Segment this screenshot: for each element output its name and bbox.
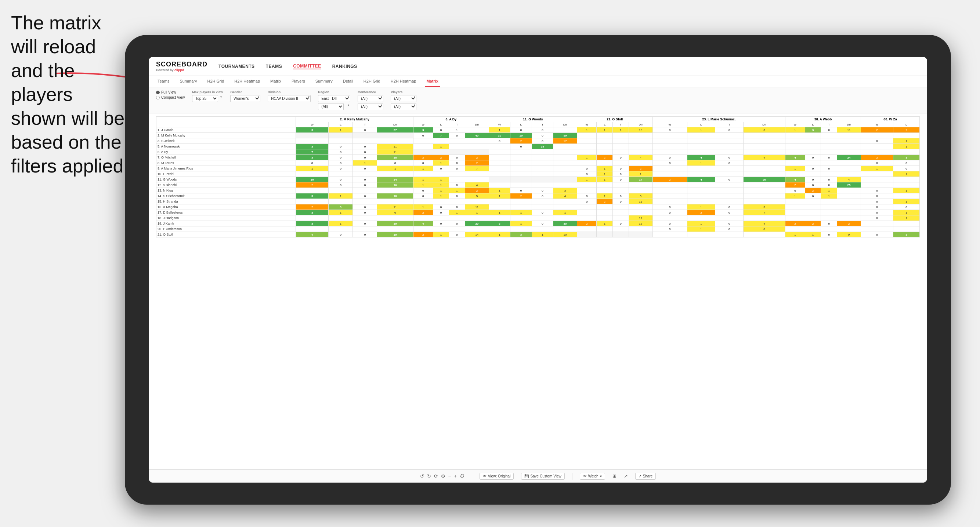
cell-r15-c2-0: 1 [489, 210, 510, 216]
settings-icon[interactable]: ⚙ [441, 473, 445, 479]
cell-r6-c6-0: 0 [861, 160, 893, 166]
cell-r5-c0-2: 0 [353, 155, 377, 160]
cell-r17-c2-3: 35 [553, 221, 577, 227]
cell-r12-c5-0: 1 [785, 194, 805, 199]
division-select[interactable]: NCAA Division II NCAA Division I NCAA Di… [268, 95, 311, 102]
division-select-wrapper: NCAA Division II NCAA Division I NCAA Di… [268, 95, 311, 102]
sub-nav-h2h-heatmap2[interactable]: H2H Heatmap [389, 76, 418, 87]
cell-r6-c3-0 [577, 160, 597, 166]
cell-r2-c5-0 [785, 138, 805, 144]
cell-r15-c3-1 [597, 210, 613, 216]
redo-icon[interactable]: ↻ [427, 473, 431, 479]
gender-select[interactable]: Women's Men's Mixed [230, 95, 260, 102]
sub-l-3: L [511, 122, 532, 127]
nav-tournaments[interactable]: TOURNAMENTS [218, 64, 255, 69]
minus-icon[interactable]: − [448, 473, 451, 479]
plus-icon[interactable]: + [454, 473, 457, 479]
cell-r5-c0-0: 3 [296, 155, 329, 160]
compact-view-option[interactable]: Compact View [156, 95, 185, 100]
cell-r0-c0-2: 0 [353, 127, 377, 133]
matrix-area[interactable]: 2. M Kelly Mulcahy 6. A Dy 11. G Woods 2… [149, 113, 927, 469]
cell-r16-c5-0 [785, 216, 805, 221]
save-custom-btn[interactable]: 💾 Save Custom View [521, 473, 564, 479]
conference-select[interactable]: (All) [358, 95, 383, 102]
cell-r8-c0-3 [377, 171, 414, 177]
nav-committee[interactable]: COMMITTEE [293, 63, 321, 69]
sub-nav-h2h-grid2[interactable]: H2H Grid [362, 76, 382, 87]
cell-r19-c6-0: 0 [861, 232, 893, 237]
sub-nav-matrix[interactable]: Matrix [269, 76, 283, 87]
cell-r3-c2-3 [553, 144, 577, 149]
cell-r18-c0-0 [296, 227, 329, 232]
cell-r19-c0-1: 0 [329, 232, 353, 237]
cell-r13-c6-1: 1 [893, 199, 920, 205]
separator-1 [472, 473, 472, 479]
sub-nav-matrix2[interactable]: Matrix [425, 76, 439, 87]
cell-r8-c2-2 [532, 171, 553, 177]
cell-r16-c3-1 [597, 216, 613, 221]
export-icon[interactable]: ↗ [624, 473, 628, 479]
grid-icon[interactable]: ⊞ [612, 473, 616, 479]
max-players-select[interactable]: Top 25 Top 50 All [192, 95, 218, 102]
sub-nav-h2h-grid[interactable]: H2H Grid [205, 76, 226, 87]
cell-r7-c3-0: 0 [577, 166, 597, 171]
cell-r14-c1-1: 0 [433, 205, 449, 210]
nav-rankings[interactable]: RANKINGS [332, 64, 357, 69]
region-select[interactable]: East - DII West - DII South - DII [318, 95, 350, 102]
sub-nav-summary[interactable]: Summary [178, 76, 198, 87]
cell-r17-c5-2: 0 [821, 221, 837, 227]
watch-btn[interactable]: 👁 Watch ▾ [580, 473, 605, 479]
sub-nav-teams[interactable]: Teams [156, 76, 171, 87]
sub-nav-summary2[interactable]: Summary [314, 76, 334, 87]
share-btn[interactable]: ↗ Share [635, 473, 656, 479]
row-name-13: 15. H Stranda [156, 199, 296, 205]
compact-view-radio[interactable] [156, 96, 160, 100]
cell-r2-c0-0 [296, 138, 329, 144]
sub-nav-detail[interactable]: Detail [342, 76, 355, 87]
cell-r13-c0-3 [377, 199, 414, 205]
cell-r14-c5-2 [821, 205, 837, 210]
nav-teams[interactable]: TEAMS [266, 64, 282, 69]
cell-r8-c1-2 [449, 171, 465, 177]
sub-dif-2: Dif [465, 122, 489, 127]
full-view-option[interactable]: Full View [156, 90, 185, 94]
cell-r17-c1-1: 0 [433, 221, 449, 227]
cell-r19-c2-1: 3 [511, 232, 532, 237]
region-sub-select[interactable]: (All) [318, 103, 344, 110]
cell-r16-c3-3: 11 [628, 216, 652, 221]
cell-r16-c5-2 [821, 216, 837, 221]
cell-r18-c5-2 [821, 227, 837, 232]
undo-icon[interactable]: ↺ [420, 473, 424, 479]
cell-r19-c4-0 [652, 232, 687, 237]
cell-r6-c5-1 [805, 160, 821, 166]
cell-r11-c1-1: 1 [433, 188, 449, 194]
row-name-7: 9. A Maria Jimenez Rios [156, 166, 296, 171]
conference-sub-select[interactable]: (All) [358, 103, 383, 110]
cell-r16-c2-2 [532, 216, 553, 221]
cell-r14-c2-3 [553, 205, 577, 210]
cell-r0-c2-3 [553, 127, 577, 133]
cell-r19-c3-2 [613, 232, 629, 237]
full-view-radio[interactable] [156, 90, 160, 94]
cell-r8-c3-0: 0 [577, 171, 597, 177]
cell-r2-c4-1 [687, 138, 715, 144]
sub-nav-players[interactable]: Players [290, 76, 307, 87]
sub-l-5: L [687, 122, 715, 127]
cell-r4-c0-2: 0 [353, 149, 377, 155]
refresh-icon[interactable]: ⟳ [434, 473, 438, 479]
cell-r15-c0-3: 6 [377, 210, 414, 216]
players-select[interactable]: (All) [391, 95, 416, 102]
cell-r5-c3-3: 4 [628, 155, 652, 160]
cell-r18-c0-2 [353, 227, 377, 232]
clock-icon[interactable]: ⏱ [460, 473, 465, 479]
cell-r0-c1-0: 3 [414, 127, 433, 133]
sub-nav-h2h-heatmap[interactable]: H2H Heatmap [233, 76, 261, 87]
cell-r18-c4-0: 0 [652, 227, 687, 232]
cell-r14-c1-2: 0 [449, 205, 465, 210]
cell-r13-c1-3 [465, 199, 489, 205]
players-sub-select[interactable]: (All) [391, 103, 416, 110]
cell-r18-c3-3 [628, 227, 652, 232]
cell-r1-c1-3: 40 [465, 133, 489, 138]
view-original-btn[interactable]: 👁 View: Original [479, 473, 514, 479]
row-name-5: 7. O Mitchell [156, 155, 296, 160]
